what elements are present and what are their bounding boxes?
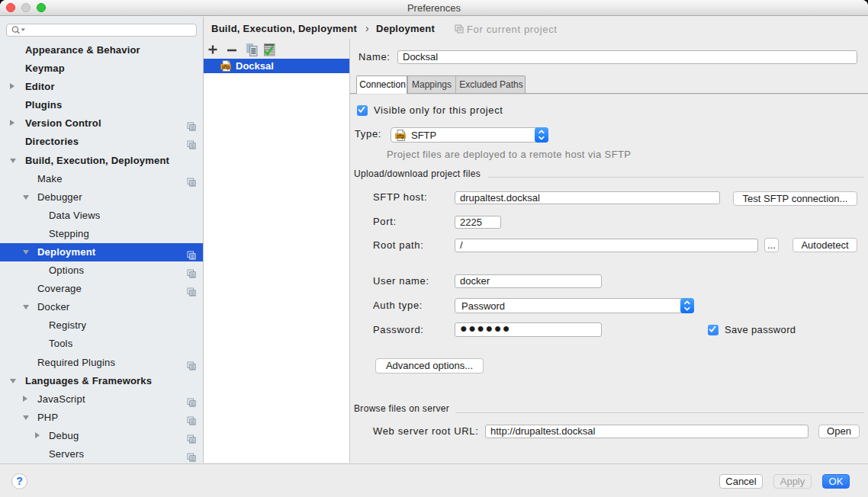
svg-text:sftp: sftp (397, 133, 405, 139)
svg-text:sftp: sftp (222, 64, 230, 70)
